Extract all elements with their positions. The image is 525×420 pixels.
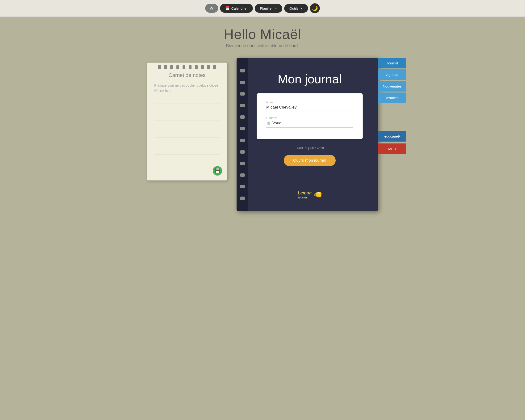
tab-astuces[interactable]: Astuces — [378, 93, 406, 103]
sidebar-tabs: Journal Agenda Nouveautés Astuces educan… — [378, 58, 406, 154]
canton-emoji: 🍵 — [266, 121, 271, 125]
ring-5 — [183, 65, 185, 69]
journal-nom-value: Micaël Chevalley — [266, 105, 353, 112]
logo-text-group: Lemon Squeezy — [298, 190, 312, 199]
journal-spine — [236, 58, 248, 211]
ring-3 — [170, 65, 173, 69]
notebook-description: Pratique pour ne pas oublier quelque cho… — [154, 83, 220, 93]
journal-user-card: Nom: Micaël Chevalley Canton: 🍵 Vaud — [257, 93, 363, 139]
spine-ring-9 — [240, 162, 245, 165]
calendrier-label: Calendrier — [231, 6, 248, 10]
ring-2 — [164, 65, 167, 69]
moon-icon: 🌙 — [312, 5, 318, 11]
ring-6 — [189, 65, 191, 69]
logo-lemon: Lemon — [298, 190, 312, 196]
tab-agenda[interactable]: Agenda — [378, 69, 406, 80]
main-content: Carnet de notes Pratique pour ne pas oub… — [0, 56, 525, 221]
journal-logo-text: Lemon Squeezy 🍋 — [298, 190, 322, 199]
ring-10 — [213, 65, 216, 69]
ring-1 — [158, 65, 161, 69]
spine-ring-7 — [240, 139, 245, 142]
journal-title: Mon journal — [278, 72, 342, 86]
ring-7 — [195, 65, 198, 69]
ring-9 — [207, 65, 210, 69]
tab-journal[interactable]: Journal — [378, 58, 406, 68]
planifier-arrow-icon: ▼ — [275, 7, 277, 10]
sidebar-spacer — [378, 104, 406, 116]
notebook-line-7 — [154, 146, 220, 155]
save-icon: 💾 — [215, 168, 220, 173]
spine-ring-10 — [240, 173, 245, 177]
hero-section: Hello Micaël Bienvenue dans votre tablea… — [0, 17, 525, 56]
tab-nouveautes[interactable]: Nouveautés — [378, 81, 406, 92]
navbar: 🏠 📅 Calendrier Planifier ▼ Outils ▼ 🌙 — [0, 0, 525, 17]
spine-ring-2 — [240, 81, 245, 84]
journal-date: Lundi, 9 juillet 2018 — [296, 146, 324, 150]
notebook-lines — [154, 95, 220, 163]
hero-title: Hello Micaël — [5, 26, 520, 42]
notebook-line-2 — [154, 104, 220, 112]
journal-nom-field: Nom: Micaël Chevalley — [266, 101, 353, 112]
lemon-emoji: 🍋 — [313, 191, 322, 198]
journal-wrapper: Mon journal Nom: Micaël Chevalley Canton… — [236, 58, 378, 211]
spine-ring-5 — [240, 115, 245, 119]
moon-button[interactable]: 🌙 — [310, 3, 320, 13]
spine-ring-12 — [240, 197, 245, 200]
outils-arrow-icon: ▼ — [300, 7, 303, 10]
outils-label: Outils — [289, 6, 298, 10]
calendrier-button[interactable]: 📅 Calendrier — [220, 4, 253, 13]
notebook-line-4 — [154, 121, 220, 129]
outils-button[interactable]: Outils ▼ — [284, 4, 308, 13]
journal-canton-field: Canton: 🍵 Vaud — [266, 116, 353, 128]
journal-logo: Lemon Squeezy 🍋 — [298, 180, 322, 199]
journal-book: Mon journal Nom: Micaël Chevalley Canton… — [236, 58, 378, 211]
planifier-label: Planifier — [260, 6, 273, 10]
spine-ring-3 — [240, 92, 245, 95]
notebook-line-8 — [154, 155, 220, 163]
calendar-icon: 📅 — [225, 6, 230, 10]
notebook-save-button[interactable]: 💾 — [213, 166, 222, 176]
home-button[interactable]: 🏠 — [205, 4, 218, 13]
tab-mer[interactable]: MER — [378, 143, 406, 154]
journal-canton-value: 🍵 Vaud — [266, 121, 353, 128]
home-icon: 🏠 — [209, 6, 214, 10]
spine-ring-1 — [240, 69, 245, 72]
spine-ring-11 — [240, 185, 245, 188]
notebook-line-5 — [154, 129, 220, 138]
logo-squeezy: Squeezy — [298, 196, 312, 199]
tab-educanet[interactable]: educanet² — [378, 131, 406, 142]
notebook-rings — [158, 65, 216, 69]
planifier-button[interactable]: Planifier ▼ — [255, 4, 282, 13]
notebook-line-6 — [154, 138, 220, 146]
spine-ring-4 — [240, 104, 245, 107]
notebook-line-3 — [154, 112, 220, 121]
notebook-widget: Carnet de notes Pratique pour ne pas oub… — [147, 63, 227, 181]
journal-canton-label: Canton: — [266, 116, 353, 120]
spine-ring-6 — [240, 127, 245, 130]
hero-subtitle: Bienvenue dans votre tableau de bord. — [5, 43, 520, 48]
ring-4 — [176, 65, 179, 69]
canton-text: Vaud — [272, 121, 281, 125]
journal-nom-label: Nom: — [266, 101, 353, 104]
journal-open-button[interactable]: Ouvrir mon journal — [284, 155, 336, 166]
spine-ring-8 — [240, 150, 245, 154]
ring-8 — [201, 65, 204, 69]
notebook-title: Carnet de notes — [154, 72, 220, 78]
notebook-line-1 — [154, 95, 220, 104]
